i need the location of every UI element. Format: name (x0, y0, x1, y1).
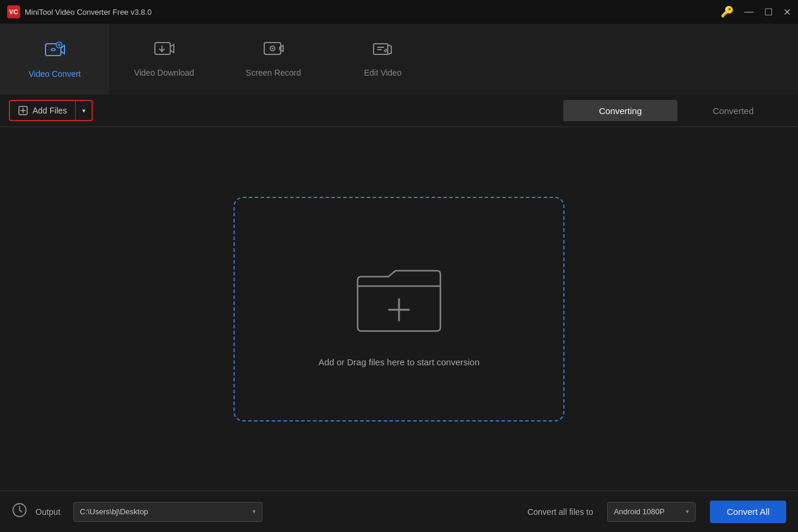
nav-label-screen-record: Screen Record (246, 68, 301, 77)
app-title: MiniTool Video Converter Free v3.8.0 (25, 8, 151, 17)
nav-label-edit-video: Edit Video (364, 68, 402, 77)
nav-bar: Video Convert Video Download Screen Reco… (0, 24, 798, 95)
dropdown-arrow-icon: ▾ (82, 107, 86, 115)
tab-group: Converting Converted (563, 100, 789, 121)
output-path-value: C:\Users\bj\Desktop (80, 507, 148, 516)
toolbar: Add Files ▾ Converting Converted (0, 95, 798, 127)
convert-all-button[interactable]: Convert All (710, 501, 786, 523)
nav-item-video-download[interactable]: Video Download (109, 24, 219, 95)
app-logo: VC (7, 5, 20, 18)
video-download-icon (154, 39, 175, 62)
nav-label-video-convert: Video Convert (28, 69, 80, 79)
path-dropdown-icon: ▾ (252, 508, 256, 515)
video-convert-icon (44, 40, 66, 63)
format-dropdown-icon: ▾ (686, 508, 689, 515)
nav-item-edit-video[interactable]: Edit Video (328, 24, 437, 95)
nav-label-video-download: Video Download (134, 68, 194, 77)
screen-record-icon (263, 39, 284, 62)
main-content: Add or Drag files here to start conversi… (0, 127, 798, 491)
maximize-button[interactable]: ☐ (764, 7, 773, 18)
drop-zone[interactable]: Add or Drag files here to start conversi… (233, 197, 565, 421)
add-icon (18, 106, 28, 115)
title-bar-controls: 🔑 — ☐ ✕ (721, 5, 791, 18)
add-files-dropdown-button[interactable]: ▾ (75, 101, 92, 120)
converted-tab[interactable]: Converted (677, 100, 789, 121)
add-files-group: Add Files ▾ (9, 100, 93, 121)
drop-zone-text: Add or Drag files here to start conversi… (319, 357, 480, 367)
output-history-icon[interactable] (12, 502, 27, 521)
add-files-button[interactable]: Add Files (10, 101, 75, 120)
nav-item-screen-record[interactable]: Screen Record (219, 24, 328, 95)
convert-all-label: Convert all files to (516, 507, 593, 517)
folder-plus-icon (346, 251, 452, 345)
footer: Output C:\Users\bj\Desktop ▾ Convert all… (0, 491, 798, 532)
logo-text: VC (9, 8, 18, 15)
svg-point-5 (271, 48, 273, 50)
converting-tab[interactable]: Converting (563, 100, 677, 121)
close-button[interactable]: ✕ (783, 7, 791, 18)
format-select[interactable]: Android 1080P ▾ (607, 502, 696, 522)
edit-video-icon (372, 39, 394, 62)
nav-item-video-convert[interactable]: Video Convert (0, 24, 109, 95)
key-icon[interactable]: 🔑 (721, 5, 734, 18)
title-bar: VC MiniTool Video Converter Free v3.8.0 … (0, 0, 798, 24)
format-value: Android 1080P (614, 507, 664, 516)
title-bar-left: VC MiniTool Video Converter Free v3.8.0 (7, 5, 151, 18)
output-path-select[interactable]: C:\Users\bj\Desktop ▾ (73, 502, 262, 522)
minimize-button[interactable]: — (744, 7, 754, 17)
add-files-label: Add Files (33, 106, 67, 115)
output-label: Output (35, 507, 65, 517)
